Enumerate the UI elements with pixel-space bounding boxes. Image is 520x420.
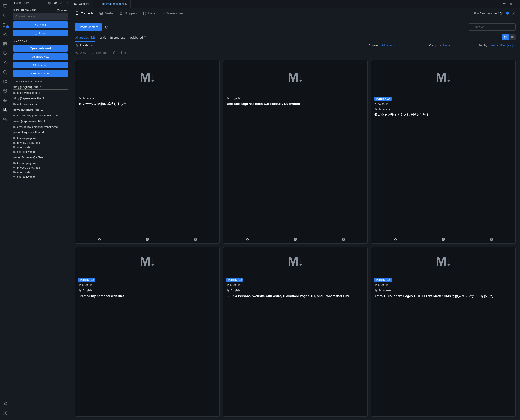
recent-group-title[interactable]: page (English) - files: 4 [13, 129, 68, 135]
recent-group-title[interactable]: news (Japanese) - file: 1 [13, 118, 68, 124]
nav-data[interactable]: Data [143, 11, 155, 18]
search-box[interactable] [468, 23, 516, 31]
card-globe-icon[interactable] [294, 237, 297, 241]
tab-contents[interactable]: Contents [71, 0, 93, 8]
test-icon[interactable] [0, 58, 10, 67]
more-icon[interactable]: ⋯ [515, 2, 517, 6]
card-menu-icon[interactable]: ⋯ [511, 278, 513, 281]
recent-group-title[interactable]: blog (English) - file: 1 [13, 84, 68, 90]
recent-file[interactable]: M↓thanks-page.mdx [13, 136, 68, 141]
content-card[interactable]: M↓⋯PUBLISHED2024-05-13EnglishBuild a Per… [223, 247, 368, 417]
nav-snippets[interactable]: Snippets [119, 11, 137, 18]
recent-group-title[interactable]: page (Japanese) - files: 4 [13, 154, 68, 160]
commit-input[interactable] [13, 13, 68, 20]
source-control-icon[interactable]: 7 [0, 21, 10, 29]
card-globe-icon[interactable] [442, 237, 445, 241]
card-view-icon[interactable] [393, 237, 397, 241]
tab-draft[interactable]: draft [100, 35, 106, 41]
debug-icon[interactable] [0, 30, 10, 39]
nav-contents[interactable]: Contents [75, 11, 94, 18]
sync-button[interactable]: Sync [13, 22, 68, 28]
timeline-icon[interactable] [0, 68, 10, 76]
tab-published[interactable]: published (4) [130, 35, 147, 41]
list-view-button[interactable] [509, 34, 516, 40]
card-view-icon[interactable] [97, 237, 101, 241]
locale-selector[interactable]: All ⌄ [91, 44, 97, 47]
heart-icon[interactable] [505, 11, 509, 15]
content-card[interactable]: M↓⋯PUBLISHED2024-05-13JapaneseAstro + Cl… [371, 247, 516, 417]
recent-file[interactable]: M↓privacy-policy.mdx [13, 141, 68, 145]
nav-taxonomies[interactable]: Taxonomies [161, 11, 183, 18]
toolbar-gear-icon[interactable] [512, 11, 516, 15]
recent-file[interactable]: M↓privacy-policy.mdx [13, 165, 68, 170]
grid-view-button[interactable] [502, 34, 509, 40]
content-refresh-icon[interactable] [105, 25, 109, 29]
collapse-icon[interactable] [54, 1, 57, 5]
recent-file[interactable]: M↓astro-website.mdx [13, 90, 68, 95]
action-rename[interactable]: Rename [91, 51, 107, 54]
git-graph-icon[interactable] [0, 77, 10, 86]
recent-file[interactable]: M↓site-policy.mdx [13, 150, 68, 154]
recent-file[interactable]: M↓thanks-page.mdx [13, 161, 68, 165]
card-menu-icon[interactable]: ⋯ [362, 97, 365, 100]
docker-icon[interactable] [0, 96, 10, 105]
open-dashboard-button[interactable]: Open dashboard [13, 45, 68, 52]
card-view-icon[interactable] [245, 237, 249, 241]
recent-file[interactable]: M↓about.mdx [13, 145, 68, 150]
card-delete-icon[interactable] [490, 237, 493, 241]
actions-header[interactable]: ⌄ACTIONS [13, 38, 68, 43]
recent-file[interactable]: M↓about.mdx [13, 170, 68, 174]
accounts-icon[interactable] [0, 399, 10, 408]
fm-logo-icon[interactable]: FM [65, 1, 68, 5]
content-card[interactable]: M↓⋯EnglishYour Message has been Successf… [223, 60, 368, 244]
recent-file[interactable]: M↓astro-website.mdx [13, 102, 68, 106]
remote-explorer-icon[interactable] [0, 49, 10, 58]
content-card[interactable]: M↓⋯Japaneseメッセージの送信に成功しました [75, 60, 220, 244]
remote-icon[interactable] [0, 2, 10, 10]
tab-frontmatter-json[interactable]: frontmatter.json 6, M [93, 0, 131, 8]
card-globe-icon[interactable] [145, 237, 149, 241]
refresh-icon[interactable] [60, 1, 63, 5]
group-selector[interactable]: None ⌄ [443, 44, 452, 47]
tab-all[interactable]: All articles (12) [75, 35, 95, 42]
showing-selector[interactable]: All types ⌄ [382, 44, 395, 47]
recent-header[interactable]: ⌄RECENTLY MODIFIED [13, 78, 68, 84]
extensions-icon[interactable] [0, 39, 10, 48]
layers-icon[interactable] [0, 115, 10, 124]
open-preview-button[interactable]: Open preview [13, 53, 68, 60]
settings-icon[interactable] [0, 409, 10, 417]
content-card[interactable]: M↓⋯PUBLISHED2024-05-13EnglishCreated my … [75, 247, 220, 417]
split-icon[interactable] [509, 2, 512, 6]
card-menu-icon[interactable]: ⋯ [215, 97, 217, 100]
alien-icon[interactable] [0, 87, 10, 95]
fetch-button[interactable]: Fetch [13, 30, 68, 37]
svg-point-16 [4, 90, 5, 91]
search-input[interactable] [475, 25, 512, 29]
nav-media[interactable]: Media [99, 11, 113, 18]
main-create-content-button[interactable]: Create content [75, 23, 102, 31]
action-delete[interactable]: Delete [113, 51, 126, 54]
card-delete-icon[interactable] [341, 237, 345, 241]
fm-tab-icon[interactable]: FM [503, 2, 506, 6]
comment-icon[interactable] [48, 1, 52, 5]
tab-in-progress[interactable]: in progress [111, 35, 125, 41]
card-menu-icon[interactable]: ⋯ [511, 97, 513, 100]
start-server-button[interactable]: Start server [13, 62, 68, 68]
recent-file[interactable]: M↓created-my-personal-website.md [13, 125, 68, 129]
create-content-button[interactable]: Create content [13, 70, 68, 77]
recent-group-title[interactable]: blog (Japanese) - file: 1 [13, 95, 68, 101]
frontmatter-icon[interactable] [0, 105, 10, 114]
action-view[interactable]: View [75, 51, 86, 54]
card-delete-icon[interactable] [194, 237, 197, 241]
recent-group-title[interactable]: news (English) - file: 1 [13, 106, 68, 112]
search-icon[interactable] [0, 11, 10, 20]
recent-file[interactable]: M↓site-policy.mdx [13, 174, 68, 179]
card-menu-icon[interactable]: ⋯ [362, 278, 365, 281]
sort-selector[interactable]: Last modified (asc) ⌄ [490, 44, 516, 47]
card-menu-icon[interactable]: ⋯ [215, 278, 217, 281]
content-card[interactable]: M↓⋯PUBLISHED2024-05-13Japanese個人ウェブサイトを立… [371, 60, 516, 244]
branch-row[interactable]: main [57, 8, 68, 12]
svg-point-46 [76, 52, 77, 53]
site-url[interactable]: https://younagi.dev/ [473, 12, 503, 15]
recent-file[interactable]: M↓created-my-personal-website.md [13, 113, 68, 118]
